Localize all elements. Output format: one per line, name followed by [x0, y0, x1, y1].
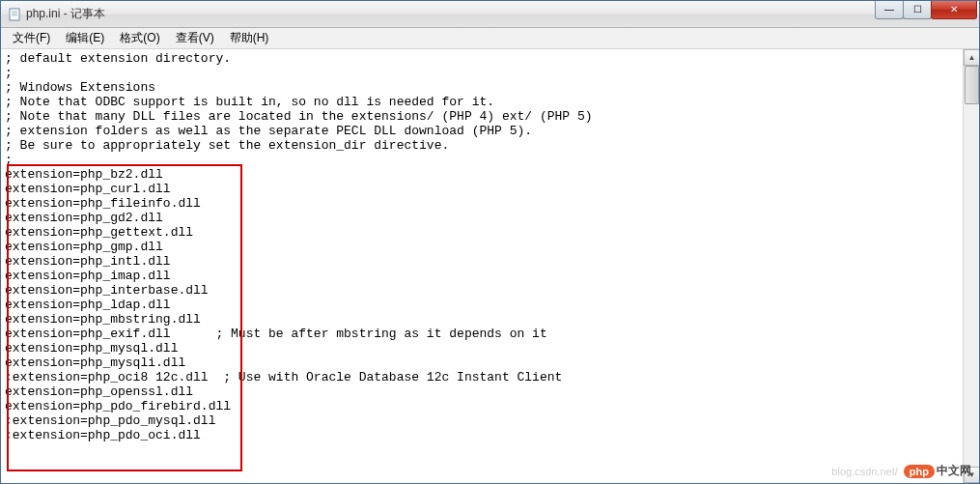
content-area: ; default extension directory. ; ; Windo… — [1, 49, 979, 483]
minimize-button[interactable]: — — [875, 0, 904, 19]
window-title: php.ini - 记事本 — [26, 6, 979, 22]
scroll-thumb[interactable] — [965, 66, 979, 104]
text-editor[interactable]: ; default extension directory. ; ; Windo… — [1, 49, 979, 444]
menu-help[interactable]: 帮助(H) — [222, 28, 277, 48]
menubar: 文件(F) 编辑(E) 格式(O) 查看(V) 帮助(H) — [1, 28, 979, 49]
watermark: blog.csdn.net/ php 中文网 — [831, 463, 971, 479]
notepad-icon — [7, 7, 22, 22]
menu-format[interactable]: 格式(O) — [112, 28, 167, 48]
watermark-url: blog.csdn.net/ — [831, 466, 898, 477]
maximize-button[interactable]: ☐ — [903, 0, 932, 19]
titlebar: php.ini - 记事本 — ☐ ✕ — [1, 1, 979, 28]
watermark-label: 中文网 — [937, 463, 971, 479]
close-button[interactable]: ✕ — [931, 0, 977, 19]
menu-edit[interactable]: 编辑(E) — [58, 28, 112, 48]
scroll-up-button[interactable]: ▲ — [964, 49, 979, 66]
svg-rect-0 — [10, 9, 19, 20]
php-logo-icon: php — [904, 465, 935, 478]
menu-file[interactable]: 文件(F) — [5, 28, 58, 48]
menu-view[interactable]: 查看(V) — [168, 28, 222, 48]
vertical-scrollbar[interactable]: ▲ ▼ — [963, 49, 979, 483]
window-controls: — ☐ ✕ — [876, 0, 977, 19]
